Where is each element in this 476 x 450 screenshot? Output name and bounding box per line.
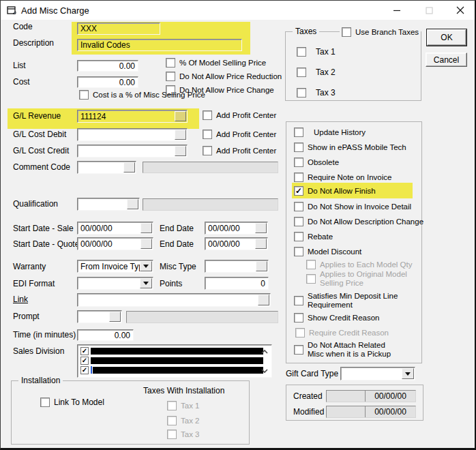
- prompt-input[interactable]: [77, 310, 122, 323]
- show-credit-reason-checkbox[interactable]: [294, 313, 303, 322]
- warranty-dropdown-arrow-icon[interactable]: [140, 261, 152, 271]
- add-profit-center-revenue-checkbox[interactable]: [203, 110, 212, 120]
- cost-is-pct-of-misc-selling-price-checkbox[interactable]: [79, 90, 89, 100]
- misc-type-input[interactable]: [205, 260, 269, 273]
- misc-type-lookup-button[interactable]: [256, 261, 267, 271]
- gl-cost-debit-input[interactable]: [77, 128, 188, 141]
- comment-code-lookup-button[interactable]: [123, 162, 135, 172]
- do-not-allow-price-reduction-checkbox[interactable]: [166, 72, 175, 81]
- add-profit-center-credit-checkbox-row[interactable]: Add Profit Center: [203, 146, 276, 155]
- gl-revenue-lookup-button[interactable]: [175, 111, 186, 121]
- warranty-dropdown[interactable]: From Invoice Type: [77, 260, 153, 273]
- rebate-checkbox[interactable]: [294, 232, 303, 241]
- sales-division-listbox[interactable]: [77, 344, 272, 378]
- list-input[interactable]: 0.00: [77, 60, 138, 72]
- sales-division-item-2[interactable]: [80, 357, 89, 365]
- start-date-quote-calendar-button[interactable]: [140, 239, 152, 249]
- description-input[interactable]: Invalid Codes: [77, 39, 242, 51]
- pct-of-model-selling-price-checkbox-row[interactable]: % Of Model Selling Price: [166, 58, 266, 68]
- gift-card-type-dropdown-arrow-icon[interactable]: [402, 368, 414, 379]
- ok-button[interactable]: OK: [427, 29, 466, 46]
- link-label[interactable]: Link: [13, 295, 28, 304]
- option-do-not-attach-related-misc[interactable]: Do Not Attach Related Misc when it is a …: [294, 340, 393, 359]
- scroll-down-icon[interactable]: [261, 368, 269, 374]
- comment-code-input[interactable]: [77, 161, 136, 174]
- use-branch-taxes-checkbox-row[interactable]: Use Branch Taxes: [340, 27, 421, 37]
- link-to-model-checkbox[interactable]: [40, 397, 50, 407]
- cancel-button[interactable]: Cancel: [426, 52, 467, 67]
- link-to-model-checkbox-row[interactable]: Link To Model: [40, 397, 104, 407]
- option-require-note-on-invoice[interactable]: Require Note on Invoice: [294, 172, 391, 182]
- show-in-epass-mobile-tech-checkbox[interactable]: [294, 142, 303, 152]
- start-date-quote-input[interactable]: 00/00/00: [77, 237, 153, 250]
- add-profit-center-credit-checkbox[interactable]: [203, 146, 212, 155]
- do-not-allow-description-change-checkbox[interactable]: [294, 217, 303, 226]
- cost-is-pct-of-misc-selling-price-checkbox-row[interactable]: Cost is a % of Misc Selling Price: [79, 90, 205, 100]
- sales-division-item-3-checkbox[interactable]: [80, 366, 89, 374]
- option-rebate[interactable]: Rebate: [294, 232, 333, 241]
- points-input[interactable]: 0: [205, 277, 269, 290]
- add-profit-center-debit-checkbox-row[interactable]: Add Profit Center: [203, 130, 276, 139]
- add-profit-center-revenue-checkbox-row[interactable]: Add Profit Center: [203, 110, 276, 120]
- model-discount-checkbox[interactable]: [294, 247, 303, 256]
- option-model-discount[interactable]: Model Discount: [294, 247, 361, 256]
- qualification-lookup-button[interactable]: [127, 199, 138, 209]
- do-not-allow-finish-checkbox[interactable]: [294, 186, 303, 196]
- audit-box: Created 00/00/00 Modified 00/00/00: [286, 385, 423, 421]
- sales-division-item-2-checkbox[interactable]: [80, 357, 89, 365]
- minimize-button[interactable]: [383, 1, 411, 20]
- end-date-sale-calendar-button[interactable]: [255, 223, 267, 233]
- cost-input[interactable]: 0.00: [77, 76, 138, 88]
- pct-of-model-selling-price-checkbox[interactable]: [166, 58, 175, 68]
- use-branch-taxes-checkbox[interactable]: [342, 27, 351, 37]
- tax1-checkbox-row[interactable]: Tax 1: [297, 47, 336, 57]
- gl-cost-debit-label: G/L Cost Debit: [13, 130, 66, 139]
- option-do-not-allow-description-change[interactable]: Do Not Allow Description Change: [294, 217, 423, 226]
- tax2-checkbox[interactable]: [297, 68, 306, 77]
- update-history-checkbox[interactable]: [294, 127, 303, 137]
- option-satisfies-min-deposit-line-requirement[interactable]: Satisfies Min Deposit Line Requirement: [294, 291, 403, 310]
- time-input[interactable]: 0.00: [77, 329, 134, 341]
- obsolete-checkbox[interactable]: [294, 158, 303, 167]
- option-obsolete[interactable]: Obsolete: [294, 158, 339, 167]
- tax3-checkbox[interactable]: [297, 88, 306, 97]
- scroll-up-icon[interactable]: [261, 349, 269, 355]
- gl-cost-debit-lookup-button[interactable]: [175, 130, 186, 140]
- code-input[interactable]: XXX: [77, 22, 160, 35]
- tax1-checkbox[interactable]: [297, 47, 306, 57]
- qualification-input[interactable]: [77, 198, 140, 211]
- end-date-quote-input[interactable]: 00/00/00: [205, 237, 268, 250]
- option-update-history[interactable]: Update History: [294, 127, 366, 137]
- start-date-sale-input[interactable]: 00/00/00: [77, 222, 153, 235]
- add-profit-center-debit-checkbox[interactable]: [203, 130, 212, 139]
- edi-format-dropdown-arrow-icon[interactable]: [140, 278, 152, 288]
- option-show-credit-reason[interactable]: Show Credit Reason: [294, 313, 379, 322]
- gl-cost-credit-input[interactable]: [77, 145, 188, 158]
- gl-revenue-input[interactable]: 111124: [77, 110, 188, 123]
- end-date-sale-input[interactable]: 00/00/00: [205, 222, 268, 235]
- link-lookup-button[interactable]: [258, 295, 269, 305]
- do-not-allow-price-reduction-checkbox-row[interactable]: Do Not Allow Price Reduction: [166, 72, 282, 81]
- sales-division-item-1-checkbox[interactable]: [80, 347, 89, 355]
- do-not-show-in-invoice-detail-checkbox[interactable]: [294, 202, 303, 211]
- edi-format-dropdown[interactable]: [77, 277, 153, 290]
- prompt-lookup-button[interactable]: [109, 312, 121, 322]
- tax1-label: Tax 1: [316, 48, 336, 57]
- satisfies-min-deposit-line-requirement-checkbox[interactable]: [294, 296, 303, 305]
- gl-cost-credit-lookup-button[interactable]: [175, 146, 186, 156]
- option-do-not-allow-finish[interactable]: Do Not Allow Finish: [294, 186, 376, 196]
- sales-division-item-3[interactable]: [80, 366, 89, 374]
- option-show-in-epass-mobile-tech[interactable]: Show in ePASS Mobile Tech: [294, 142, 406, 152]
- tax3-checkbox-row[interactable]: Tax 3: [297, 88, 336, 97]
- tax2-checkbox-row[interactable]: Tax 2: [297, 68, 336, 77]
- start-date-sale-calendar-button[interactable]: [140, 223, 152, 233]
- close-button[interactable]: [447, 1, 474, 20]
- end-date-sale-label: End Date: [160, 224, 194, 233]
- require-note-on-invoice-checkbox[interactable]: [294, 172, 303, 182]
- end-date-quote-calendar-button[interactable]: [255, 239, 267, 249]
- do-not-attach-related-misc-checkbox[interactable]: [294, 345, 303, 355]
- link-input[interactable]: [77, 293, 271, 307]
- sales-division-item-1[interactable]: [80, 347, 89, 355]
- gift-card-type-dropdown[interactable]: [340, 367, 415, 380]
- option-do-not-show-in-invoice-detail[interactable]: Do Not Show in Invoice Detail: [294, 202, 411, 211]
